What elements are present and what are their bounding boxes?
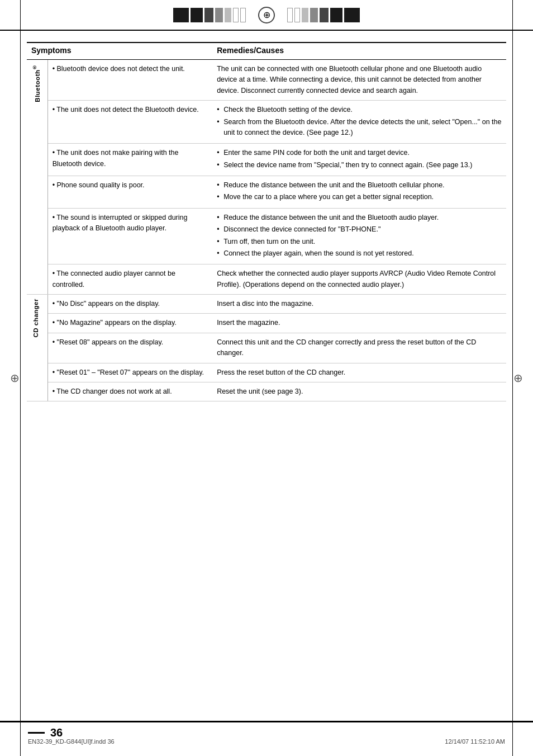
symptom-item: "No Disc" appears on the display.: [53, 299, 208, 309]
symptom-list: "No Magazine" appears on the display.: [53, 318, 208, 328]
remedy-list: Reduce the distance between the unit and…: [217, 180, 502, 203]
remedy-cell: Reduce the distance between the unit and…: [212, 176, 506, 209]
seg8: [287, 8, 293, 22]
seg12: [320, 8, 329, 22]
remedy-cell: The unit can be connected with one Bluet…: [212, 60, 506, 101]
remedies-header: Remedies/Causes: [212, 42, 506, 60]
symptom-list: The sound is interrupted or skipped duri…: [53, 212, 208, 234]
symptom-item: The sound is interrupted or skipped duri…: [53, 212, 208, 234]
compass-center-icon: ⊕: [258, 7, 275, 23]
table-row: Bluetooth® Bluetooth device does not det…: [27, 60, 506, 101]
cd-changer-category-cell: CD changer: [27, 295, 47, 401]
symptom-item: Bluetooth device does not detect the uni…: [53, 64, 208, 74]
cd-changer-label: CD changer: [31, 299, 41, 338]
seg13: [330, 8, 342, 22]
seg6: [233, 8, 239, 22]
remedy-cell: Reduce the distance between the unit and…: [212, 208, 506, 264]
seg3: [204, 8, 213, 22]
right-compass-icon: ⊕: [513, 371, 523, 385]
seg2: [191, 8, 203, 22]
footer-info: EN32-39_KD-G844[UI]f.indd 36 12/14/07 11…: [28, 738, 505, 745]
remedy-cell: Enter the same PIN code for both the uni…: [212, 144, 506, 176]
symptom-cell: The sound is interrupted or skipped duri…: [47, 208, 212, 264]
remedy-item: Disconnect the device connected for "BT-…: [217, 224, 502, 235]
seg11: [310, 8, 318, 22]
seg9: [294, 8, 300, 22]
remedy-cell: Connect this unit and the CD changer cor…: [212, 333, 506, 363]
symptom-cell: The unit does not detect the Bluetooth d…: [47, 101, 212, 144]
table-row: "No Magazine" appears on the display. In…: [27, 314, 506, 333]
table-row: "Reset 01" – "Reset 07" appears on the d…: [27, 363, 506, 382]
symptom-list: The unit does not make pairing with the …: [53, 148, 208, 169]
table-container: Symptoms Remedies/Causes Bluetooth® Blue…: [0, 31, 533, 413]
remedy-item: Check the Bluetooth setting of the devic…: [217, 105, 502, 115]
page-number-area: 36: [28, 726, 63, 739]
page-number: 36: [50, 726, 63, 739]
table-row: The connected audio player cannot be con…: [27, 264, 506, 295]
left-compass-icon: ⊕: [10, 371, 20, 385]
remedy-item: Enter the same PIN code for both the uni…: [217, 148, 502, 158]
remedy-list: Enter the same PIN code for both the uni…: [217, 148, 502, 171]
symptom-cell: "No Disc" appears on the display.: [47, 295, 212, 314]
bottom-bar: [0, 721, 533, 722]
seg7: [240, 8, 246, 22]
bluetooth-category-cell: Bluetooth®: [27, 60, 47, 295]
remedy-item: Move the car to a place where you can ge…: [217, 192, 502, 202]
footer-file: EN32-39_KD-G844[UI]f.indd 36: [28, 738, 115, 745]
symptom-cell: The unit does not make pairing with the …: [47, 144, 212, 176]
bluetooth-label: Bluetooth®: [31, 64, 43, 102]
symptom-cell: Phone sound quality is poor.: [47, 176, 212, 209]
seg4: [215, 8, 223, 22]
symptom-cell: The connected audio player cannot be con…: [47, 264, 212, 295]
seg-group-left: [173, 8, 246, 22]
symptom-item: "No Magazine" appears on the display.: [53, 318, 208, 328]
symptom-item: The connected audio player cannot be con…: [53, 268, 208, 290]
seg14: [344, 8, 360, 22]
table-row: The sound is interrupted or skipped duri…: [27, 208, 506, 264]
remedy-list: Reduce the distance between the unit and…: [217, 212, 502, 259]
remedy-cell: Insert the magazine.: [212, 314, 506, 333]
seg5: [225, 8, 231, 22]
table-row: CD changer "No Disc" appears on the disp…: [27, 295, 506, 314]
top-decorative-bar: ⊕: [0, 0, 533, 31]
remedy-item: Connect the player again, when the sound…: [217, 248, 502, 259]
table-row: The unit does not detect the Bluetooth d…: [27, 101, 506, 144]
symptom-item: "Reset 08" appears on the display.: [53, 337, 208, 348]
table-header-row: Symptoms Remedies/Causes: [27, 42, 506, 60]
symptom-cell: "Reset 08" appears on the display.: [47, 333, 212, 363]
symptom-cell: Bluetooth device does not detect the uni…: [47, 60, 212, 101]
troubleshoot-table: Symptoms Remedies/Causes Bluetooth® Blue…: [27, 42, 506, 401]
remedy-item: Select the device name from "Special," t…: [217, 160, 502, 171]
remedy-item: Turn off, then turn on the unit.: [217, 237, 502, 247]
symptom-cell: "No Magazine" appears on the display.: [47, 314, 212, 333]
symptoms-header: Symptoms: [27, 42, 212, 60]
table-row: The CD changer does not work at all. Res…: [27, 382, 506, 401]
symptom-item: The CD changer does not work at all.: [53, 386, 208, 397]
symptom-item: Phone sound quality is poor.: [53, 180, 208, 191]
table-row: The unit does not make pairing with the …: [27, 144, 506, 176]
table-row: Phone sound quality is poor. Reduce the …: [27, 176, 506, 209]
symptom-item: The unit does not make pairing with the …: [53, 148, 208, 169]
seg1: [173, 8, 189, 22]
seg10: [302, 8, 308, 22]
symptom-list: "Reset 01" – "Reset 07" appears on the d…: [53, 367, 208, 378]
left-border: [20, 0, 21, 756]
page-num-line: [28, 732, 45, 734]
symptom-list: "Reset 08" appears on the display.: [53, 337, 208, 348]
symptom-list: The unit does not detect the Bluetooth d…: [53, 105, 208, 115]
symptom-item: The unit does not detect the Bluetooth d…: [53, 105, 208, 115]
remedy-cell: Insert a disc into the magazine.: [212, 295, 506, 314]
remedy-cell: Press the reset button of the CD changer…: [212, 363, 506, 382]
symptom-item: "Reset 01" – "Reset 07" appears on the d…: [53, 367, 208, 378]
footer-date: 12/14/07 11:52:10 AM: [445, 738, 505, 745]
symptom-list: "No Disc" appears on the display.: [53, 299, 208, 309]
table-row: "Reset 08" appears on the display. Conne…: [27, 333, 506, 363]
symptom-list: The connected audio player cannot be con…: [53, 268, 208, 290]
symptom-list: Bluetooth device does not detect the uni…: [53, 64, 208, 74]
remedy-item: Reduce the distance between the unit and…: [217, 212, 502, 223]
remedy-cell: Reset the unit (see page 3).: [212, 382, 506, 401]
page-wrapper: ⊕ Symptoms Remedies/Causes: [0, 0, 533, 756]
symptom-list: The CD changer does not work at all.: [53, 386, 208, 397]
remedy-cell: Check the Bluetooth setting of the devic…: [212, 101, 506, 144]
symptom-list: Phone sound quality is poor.: [53, 180, 208, 191]
